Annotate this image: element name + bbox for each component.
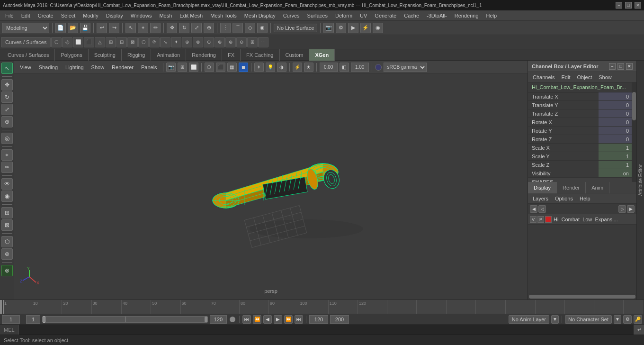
menu-generate[interactable]: Generate	[371, 12, 400, 19]
menu-file[interactable]: File	[2, 12, 17, 19]
move-tool-btn[interactable]: ✥	[167, 23, 177, 33]
select-tool-btn[interactable]: ↖	[125, 23, 136, 33]
menu-cache[interactable]: Cache	[401, 12, 422, 19]
menu-uv[interactable]: UV	[357, 12, 370, 19]
ti-btn-8[interactable]: ⊠	[127, 37, 138, 47]
display-lt[interactable]: ◉	[1, 191, 13, 202]
vp-menu-lighting[interactable]: Lighting	[63, 64, 87, 71]
skip-to-start-btn[interactable]: ⏮	[242, 315, 251, 324]
xray-lt[interactable]: ⬡	[1, 236, 13, 247]
channel-value-vis[interactable]: on	[599, 169, 632, 177]
channel-rotate-z[interactable]: Rotate Z 0	[528, 135, 632, 144]
play-btn[interactable]: ▶	[274, 315, 282, 324]
close-button[interactable]: ✕	[635, 2, 641, 9]
layers-help-menu[interactable]: Help	[577, 195, 593, 202]
layer-prev2-btn[interactable]: ◁	[538, 205, 546, 213]
cb-object-menu[interactable]: Object	[574, 73, 595, 81]
channel-scale-y[interactable]: Scale Y 1	[528, 152, 632, 161]
channel-box-scrollbar[interactable]	[632, 82, 636, 182]
channel-scale-z[interactable]: Scale Z 1	[528, 161, 632, 169]
menu-windows[interactable]: Windows	[127, 12, 155, 19]
ti-btn-17[interactable]: ⊜	[225, 37, 236, 47]
curves-surfaces-tab[interactable]: Curves / Surfaces	[1, 37, 51, 47]
channel-rotate-x[interactable]: Rotate X 0	[528, 118, 632, 127]
menu-3dto-all[interactable]: -3DtoAll-	[423, 12, 450, 19]
step-back-btn[interactable]: ⏪	[253, 315, 261, 324]
vp-color-btn[interactable]	[375, 64, 382, 71]
channel-translate-z[interactable]: Translate Z 0	[528, 109, 632, 118]
universal-lt[interactable]: ⊕	[1, 116, 13, 127]
vp-film-gate-btn[interactable]: ⬜	[189, 63, 198, 72]
vp-shaded-btn[interactable]: ◼	[239, 63, 248, 72]
channel-translate-x[interactable]: Translate X 0	[528, 92, 632, 101]
tab-rigging[interactable]: Rigging	[122, 49, 151, 61]
tab-anim[interactable]: Anim	[586, 182, 609, 193]
ti-btn-6[interactable]: ⊞	[106, 37, 116, 47]
skip-to-end-btn[interactable]: ⏭	[295, 315, 303, 324]
ti-btn-19[interactable]: ⊞	[247, 37, 258, 47]
menu-mesh[interactable]: Mesh	[156, 12, 175, 19]
menu-create[interactable]: Create	[35, 12, 57, 19]
vp-hq-btn[interactable]: ★	[304, 63, 313, 72]
ti-btn-5[interactable]: △	[95, 37, 105, 47]
minimize-button[interactable]: −	[616, 2, 622, 9]
ti-btn-20[interactable]: ⋯	[258, 37, 268, 47]
current-frame-input[interactable]: 1	[2, 315, 20, 324]
timeline-start-handle[interactable]	[0, 300, 2, 314]
layer-next2-btn[interactable]: ▷	[618, 205, 626, 213]
vp-light2-btn[interactable]: 💡	[266, 63, 275, 72]
menu-help[interactable]: Help	[483, 12, 501, 19]
command-input[interactable]	[19, 325, 634, 335]
layer-v-btn[interactable]: V	[530, 216, 537, 223]
ti-btn-13[interactable]: ⊛	[182, 37, 192, 47]
layers-options-menu[interactable]: Options	[552, 195, 576, 202]
range-thumb-right[interactable]	[205, 317, 207, 322]
tab-custom[interactable]: Custom	[280, 49, 310, 61]
layer-next-btn[interactable]: ▶	[627, 205, 635, 213]
undo-btn[interactable]: ↩	[97, 23, 107, 33]
vp-num2-input[interactable]: 1.00	[351, 63, 369, 72]
tab-fx-caching[interactable]: FX Caching	[241, 49, 279, 61]
channel-value-rx[interactable]: 0	[599, 118, 632, 126]
layer-prev-btn[interactable]: ◀	[530, 205, 537, 213]
menu-edit[interactable]: Edit	[18, 12, 34, 19]
ti-btn-3[interactable]: ⬜	[73, 37, 83, 47]
maximize-button[interactable]: □	[625, 2, 632, 9]
gamma-select[interactable]: sRGB gamma	[384, 63, 427, 72]
channel-value-rz[interactable]: 0	[599, 135, 632, 143]
cb-show-menu[interactable]: Show	[596, 73, 615, 81]
redo-btn[interactable]: ↪	[109, 23, 119, 33]
rotate-tool-lt[interactable]: ↻	[1, 91, 13, 103]
range-end-knob[interactable]	[230, 317, 235, 322]
cb-edit-menu[interactable]: Edit	[558, 73, 573, 81]
ti-btn-4[interactable]: ⬛	[84, 37, 94, 47]
tab-polygons[interactable]: Polygons	[55, 49, 88, 61]
tab-xgen[interactable]: XGen	[309, 49, 335, 61]
tab-sculpting[interactable]: Sculpting	[89, 49, 122, 61]
ti-btn-1[interactable]: ⬡	[51, 37, 62, 47]
channel-value-ty[interactable]: 0	[599, 101, 632, 109]
cb-maximize[interactable]: □	[617, 63, 624, 70]
ti-btn-2[interactable]: ◎	[62, 37, 72, 47]
lasso-btn[interactable]: ⌖	[138, 23, 148, 33]
range-thumb-left[interactable]	[43, 316, 45, 323]
menu-display[interactable]: Display	[103, 12, 126, 19]
scale-tool-lt[interactable]: ⤢	[1, 104, 13, 115]
channel-value-sz[interactable]: 1	[599, 161, 632, 169]
soft-select-lt[interactable]: ◎	[1, 133, 13, 144]
render-region-lt[interactable]: ⊠	[1, 219, 13, 231]
vp-menu-view[interactable]: View	[17, 64, 34, 71]
range-end-input[interactable]: 120	[210, 315, 227, 324]
vp-shadow-btn[interactable]: ◑	[277, 63, 286, 72]
key-settings-btn[interactable]: 🔑	[634, 315, 642, 324]
tab-render[interactable]: Render	[557, 182, 586, 193]
snap-point-btn[interactable]: ◇	[245, 23, 255, 33]
cb-scroll-thumb[interactable]	[632, 92, 636, 120]
vp-aa-btn[interactable]: ⚡	[293, 63, 302, 72]
range-start-input[interactable]: 1	[26, 315, 40, 324]
channel-value-ry[interactable]: 0	[599, 127, 632, 135]
render-settings-btn[interactable]: ⚙	[336, 23, 346, 33]
universal-tool-btn[interactable]: ⊕	[204, 23, 214, 33]
ti-btn-14[interactable]: ⊗	[193, 37, 203, 47]
channel-rotate-y[interactable]: Rotate Y 0	[528, 127, 632, 135]
